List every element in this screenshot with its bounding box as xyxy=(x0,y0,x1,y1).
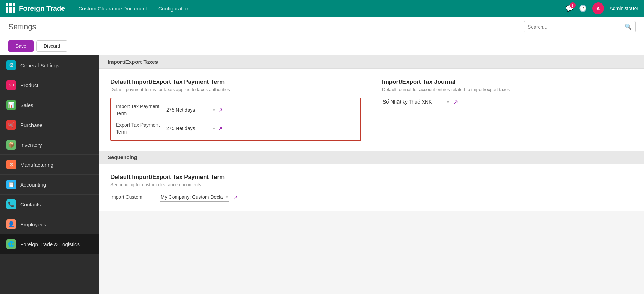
grid-icon xyxy=(6,3,15,13)
import-tax-label: Import Tax Payment Term xyxy=(116,103,161,117)
tax-journal-desc: Default journal for account entries rela… xyxy=(382,87,633,92)
page-header: Settings 🔍 xyxy=(0,17,644,37)
message-badge: 1 xyxy=(570,2,576,8)
sidebar-label-product: Product xyxy=(20,82,38,88)
sidebar-item-product[interactable]: 🏷 Product xyxy=(0,75,99,95)
search-button[interactable]: 🔍 xyxy=(621,21,635,32)
clock-button[interactable]: 🕐 xyxy=(579,5,587,12)
messages-button[interactable]: 💬 1 xyxy=(566,5,573,12)
export-tax-select[interactable]: 275 Net days xyxy=(166,124,211,133)
inventory-icon: 📦 xyxy=(6,140,16,150)
sidebar-label-employees: Employees xyxy=(20,221,46,227)
sidebar-item-general-settings[interactable]: ⚙ General Settings xyxy=(0,55,99,75)
default-payment-term-block: Default Import/Export Tax Payment Term D… xyxy=(110,78,361,141)
journal-field-row: Sổ Nhật ký Thuế XNK ▼ ↗ xyxy=(382,98,633,106)
export-tax-row: Export Tax Payment Term 275 Net days ▼ ↗ xyxy=(116,122,356,135)
journal-select[interactable]: Sổ Nhật ký Thuế XNK xyxy=(382,98,445,106)
sequencing-desc: Sequencing for custom clearance document… xyxy=(110,182,633,187)
accounting-icon: 📋 xyxy=(6,180,16,189)
content-area: Import/Export Taxes Default Import/Expor… xyxy=(99,55,644,294)
payment-term-desc: Default payment terms for taxes applied … xyxy=(110,87,361,92)
sidebar-item-purchase[interactable]: 🛒 Purchase xyxy=(0,115,99,135)
import-tax-select-wrap: 275 Net days ▼ ↗ xyxy=(166,106,356,114)
sidebar-label-accounting: Accounting xyxy=(20,182,46,188)
payment-term-red-box: Import Tax Payment Term 275 Net days ▼ ↗ xyxy=(110,98,361,141)
foreign-trade-icon: 🌐 xyxy=(6,239,16,249)
sidebar-label-general-settings: General Settings xyxy=(20,62,59,68)
import-export-taxes-body: Default Import/Export Tax Payment Term D… xyxy=(99,69,644,151)
sales-icon: 📊 xyxy=(6,100,16,110)
app-brand[interactable]: Foreign Trade xyxy=(6,3,65,13)
payment-term-title: Default Import/Export Tax Payment Term xyxy=(110,78,361,85)
employees-icon: 👤 xyxy=(6,219,16,229)
import-tax-row: Import Tax Payment Term 275 Net days ▼ ↗ xyxy=(116,103,356,117)
journal-arrow: ▼ xyxy=(446,100,450,104)
journal-select-wrap: Sổ Nhật ký Thuế XNK ▼ xyxy=(382,98,450,106)
sidebar-label-inventory: Inventory xyxy=(20,142,42,148)
navbar: Foreign Trade Custom Clearance Document … xyxy=(0,0,644,17)
import-tax-arrow: ▼ xyxy=(212,108,216,112)
sidebar-item-employees[interactable]: 👤 Employees xyxy=(0,214,99,234)
sidebar-label-sales: Sales xyxy=(20,102,34,108)
user-avatar[interactable]: A xyxy=(592,2,604,14)
import-tax-select-wrapper: 275 Net days ▼ xyxy=(166,106,216,114)
export-tax-select-wrap: 275 Net days ▼ ↗ xyxy=(166,124,356,133)
tax-journal-block: Import/Export Tax Journal Default journa… xyxy=(382,78,633,141)
sidebar: ⚙ General Settings 🏷 Product 📊 Sales 🛒 P… xyxy=(0,55,99,294)
sidebar-item-foreign-trade[interactable]: 🌐 Foreign Trade & Logistics xyxy=(0,234,99,254)
import-custom-select[interactable]: My Company: Custom Decla xyxy=(160,193,224,201)
export-tax-label: Export Tax Payment Term xyxy=(116,122,161,135)
sequencing-title: Default Import/Export Tax Payment Term xyxy=(110,174,633,181)
user-name[interactable]: Administrator xyxy=(610,6,638,11)
import-custom-arrow: ▼ xyxy=(225,195,229,199)
journal-external-link[interactable]: ↗ xyxy=(453,99,458,105)
sequencing-header: Sequencing xyxy=(99,151,644,164)
discard-button[interactable]: Discard xyxy=(36,40,67,52)
sidebar-item-contacts[interactable]: 📞 Contacts xyxy=(0,195,99,214)
search-input[interactable] xyxy=(524,22,621,32)
sidebar-item-accounting[interactable]: 📋 Accounting xyxy=(0,175,99,195)
sidebar-label-manufacturing: Manufacturing xyxy=(20,162,53,168)
import-tax-external-link[interactable]: ↗ xyxy=(218,107,222,113)
page-title: Settings xyxy=(8,22,36,31)
export-tax-external-link[interactable]: ↗ xyxy=(218,125,222,132)
sidebar-label-foreign-trade: Foreign Trade & Logistics xyxy=(20,241,80,247)
nav-configuration[interactable]: Configuration xyxy=(153,3,194,14)
main-layout: ⚙ General Settings 🏷 Product 📊 Sales 🛒 P… xyxy=(0,55,644,294)
app-name: Foreign Trade xyxy=(19,5,65,13)
purchase-icon: 🛒 xyxy=(6,120,16,130)
sidebar-item-manufacturing[interactable]: ⚙ Manufacturing xyxy=(0,155,99,175)
import-custom-select-wrap: My Company: Custom Decla ▼ xyxy=(160,193,229,202)
navbar-right: 💬 1 🕐 A Administrator xyxy=(566,2,638,14)
save-button[interactable]: Save xyxy=(8,40,34,52)
export-tax-arrow: ▼ xyxy=(212,127,216,130)
sidebar-label-contacts: Contacts xyxy=(20,202,41,208)
contacts-icon: 📞 xyxy=(6,199,16,209)
nav-custom-clearance[interactable]: Custom Clearance Document xyxy=(73,3,152,14)
manufacturing-icon: ⚙ xyxy=(6,160,16,169)
import-custom-label: Import Custom xyxy=(110,194,156,201)
export-tax-select-wrapper: 275 Net days ▼ xyxy=(166,124,216,133)
search-box: 🔍 xyxy=(524,21,636,32)
general-settings-icon: ⚙ xyxy=(6,60,16,70)
sidebar-item-sales[interactable]: 📊 Sales xyxy=(0,95,99,115)
import-tax-select[interactable]: 275 Net days xyxy=(166,106,211,114)
import-custom-external-link[interactable]: ↗ xyxy=(233,194,237,201)
toolbar: Save Discard xyxy=(0,37,644,55)
sidebar-label-purchase: Purchase xyxy=(20,122,42,128)
product-icon: 🏷 xyxy=(6,80,16,90)
sidebar-item-inventory[interactable]: 📦 Inventory xyxy=(0,135,99,155)
sequencing-body: Default Import/Export Tax Payment Term S… xyxy=(99,164,644,211)
tax-journal-title: Import/Export Tax Journal xyxy=(382,78,633,85)
import-custom-row: Import Custom My Company: Custom Decla ▼… xyxy=(110,193,633,202)
import-export-taxes-header: Import/Export Taxes xyxy=(99,55,644,69)
main-nav: Custom Clearance Document Configuration xyxy=(73,3,557,14)
